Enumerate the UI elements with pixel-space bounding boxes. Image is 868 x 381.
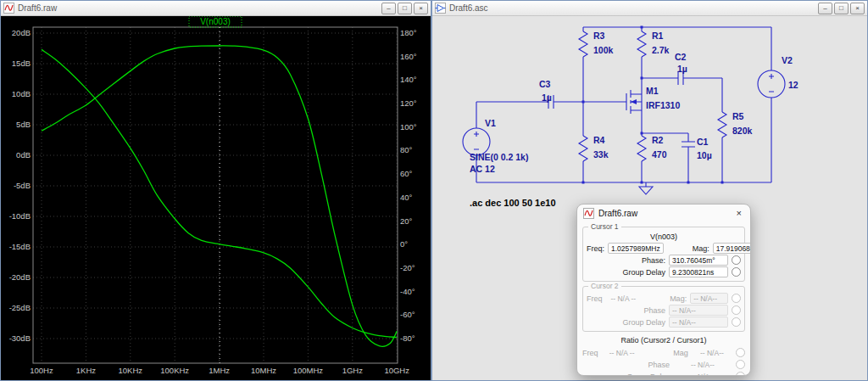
cursor1-freq-mag-row: Freq: 1.0257989MHz Mag: 17.919068dB [587,243,741,254]
plot-trace-label[interactable]: V(n003) [200,17,231,26]
right-axis-tick-label: -80° [400,333,415,343]
right-axis-tick-label: -40° [400,287,415,296]
component-name: R5 [732,111,744,121]
component-value: 470 [652,149,667,160]
cursor-dialog-titlebar[interactable]: Draft6.raw × [577,205,750,221]
ratio-mag-value: -- N/A-- [692,349,732,357]
dialog-close-icon[interactable]: × [734,208,744,218]
component-value: 1µ [677,64,687,74]
ltspice-app: Draft6.raw – □ × 100Hz1KHz10KHz100KHz1MH… [0,0,868,381]
right-axis-tick-label: 0° [400,239,408,249]
schematic-titlebar[interactable]: Draft6.asc – □ × [432,1,867,16]
ground-symbol[interactable] [639,182,653,194]
minimize-button[interactable]: – [381,3,396,14]
component-name: R2 [652,135,664,145]
freq-label: Freq [587,294,603,303]
restore-button[interactable]: □ [398,3,412,14]
cursor2-groupdelay-row: Group Delay -- N/A-- [587,317,741,328]
right-axis-tick-label: 180° [400,28,417,37]
resistor-R3[interactable]: R3 100k [579,27,614,102]
x-axis-tick-label: 1MHz [209,366,230,375]
mosfet-M1[interactable]: M1 IRF1310 [626,86,680,133]
mag-label: Mag: [644,294,687,303]
right-axis-tick-label: -60° [400,310,415,319]
cursor2-mag-value: -- N/A-- [690,293,728,304]
bode-plot-area[interactable]: 100Hz1KHz10KHz100KHz1MHz10MHz100MHz1GHz1… [1,16,431,380]
component-value2: AC 12 [470,164,495,174]
resistor-R1[interactable]: R1 2.7k [637,27,670,94]
right-axis-tick-label: 120° [400,98,417,108]
voltage-source-V1[interactable]: V1 SINE(0 0.2 1k) AC 12 [463,102,528,182]
cursor-dialog-title: Draft6.raw [598,209,730,218]
ratio-phase-radio[interactable] [736,360,745,369]
ratio-groupdelay-radio[interactable] [736,372,745,376]
cursor1-groupdelay-value: 9.2300821ns [669,266,728,277]
component-name: R1 [652,31,664,41]
resistor-R2[interactable]: R2 470 [637,133,667,182]
close-button[interactable]: × [850,3,865,14]
cursor2-phase-radio[interactable] [732,305,741,315]
left-axis-tick-label: -30dB [9,333,31,343]
ratio-mag-radio[interactable] [736,348,745,357]
resistor-R4[interactable]: R4 33k [579,102,609,182]
cursor1-group-label: Cursor 1 [588,222,621,231]
cursor1-mag-value: 17.919068dB [713,243,751,254]
component-value: 100k [593,45,614,55]
spice-directive[interactable]: .ac dec 100 50 1e10 [470,198,556,208]
ratio-label: Ratio (Cursor2 / Cursor1) [582,336,745,346]
cursor1-group: Cursor 1 V(n003) Freq: 1.0257989MHz Mag:… [582,227,745,282]
ratio-phase-value: -- N/A-- [673,361,732,369]
capacitor-C1[interactable]: C1 10µ [682,133,712,182]
restore-button[interactable]: □ [834,3,849,14]
left-axis-tick-label: -5dB [14,181,31,190]
cursor1-groupdelay-radio[interactable] [732,267,741,277]
waveform-titlebar[interactable]: Draft6.raw – □ × [1,1,431,16]
x-axis-tick-label: 1KHz [76,366,96,375]
cursor1-phase-row: Phase: 310.76045m° [587,255,741,266]
cursor2-groupdelay-radio[interactable] [732,317,741,327]
component-value: SINE(0 0.2 1k) [470,152,528,162]
minimize-button[interactable]: – [818,3,832,14]
x-axis-tick-label: 100Hz [30,366,53,375]
ratio-groupdelay-row: Group Delay -- N/A-- [582,371,745,376]
raw-file-icon [583,208,594,219]
resistor-R5[interactable]: R5 820k [718,78,753,182]
right-axis-tick-label: 80° [400,145,413,154]
raw-file-icon [3,3,14,14]
group-delay-label: Group Delay [626,373,670,377]
cursor2-phase-row: Phase -- N/A-- [587,305,741,316]
capacitor-C2[interactable]: C2 1µ [675,52,687,85]
x-axis-tick-label: 10GHz [384,366,409,375]
cursor2-group: Cursor 2 Freq -- N/A -- Mag: -- N/A-- Ph… [582,286,745,332]
component-name: C1 [697,137,709,147]
schematic-window-title: Draft6.asc [449,3,815,13]
cursor2-freq-mag-row: Freq -- N/A -- Mag: -- N/A-- [587,293,741,304]
cursor1-phase-radio[interactable] [732,255,741,265]
magnitude-trace[interactable] [42,46,397,346]
cursor1-freq-value[interactable]: 1.0257989MHz [608,243,664,254]
capacitor-C3[interactable]: C3 1µ [539,79,554,109]
component-value: 820k [732,126,753,136]
component-value: 1µ [542,92,552,103]
group-delay-label: Group Delay [622,268,665,277]
close-button[interactable]: × [414,3,428,14]
freq-label: Freq: [587,244,604,253]
cursor-dialog: Draft6.raw × Cursor 1 V(n003) Freq: 1.02… [576,204,751,376]
freq-label: Freq [582,349,598,357]
left-axis-tick-label: -20dB [9,272,31,282]
x-axis-tick-label: 100MHz [293,366,324,375]
bode-plot[interactable]: 100Hz1KHz10KHz100KHz1MHz10MHz100MHz1GHz1… [1,16,431,380]
voltage-source-V2[interactable]: V2 12 [758,27,798,182]
phase-label: Phase [623,306,665,315]
window-controls: – □ × [818,3,865,14]
left-axis-tick-label: 15dB [12,59,31,68]
ratio-section: Ratio (Cursor2 / Cursor1) Freq -- N/A --… [582,336,745,376]
cursor2-mag-radio[interactable] [732,294,741,303]
right-axis-tick-label: 20° [400,216,413,226]
component-name: V1 [485,118,496,128]
cursor2-freq-value: -- N/A -- [606,294,642,303]
cursor2-groupdelay-value: -- N/A-- [669,317,728,328]
ratio-freq-value: -- N/A -- [602,349,643,357]
cursor2-phase-value: -- N/A-- [669,305,728,316]
cursor1-phase-value: 310.76045m° [669,255,728,266]
